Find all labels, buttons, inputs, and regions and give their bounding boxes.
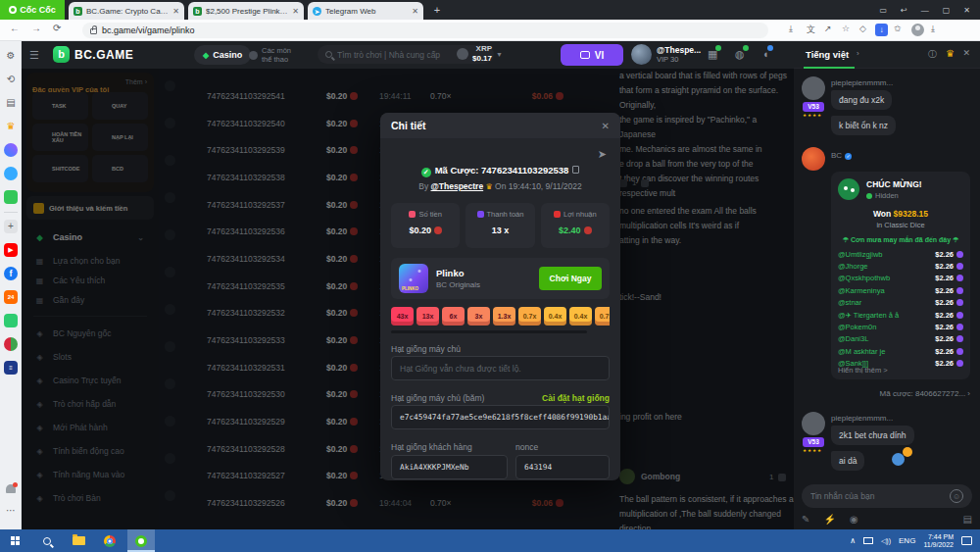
downloads-tray-icon[interactable]: ⤓ (931, 24, 935, 34)
gif-icon[interactable]: ◉ (850, 514, 858, 525)
rain-username[interactable]: @Jhorge (838, 262, 935, 271)
chat-avatar[interactable] (802, 147, 825, 171)
copy-icon[interactable] (572, 166, 579, 174)
taskbar-search-button[interactable] (33, 529, 61, 552)
back-icon[interactable]: ← (10, 23, 20, 33)
history-icon[interactable]: ⟲ (4, 73, 18, 86)
client-seed-field[interactable]: AkiA4XKKPJMXeNb (391, 455, 508, 479)
wallet-deposit-button[interactable]: VI (561, 44, 623, 66)
save-page-icon[interactable]: ⤓ (789, 24, 793, 34)
sports-nav-tab[interactable]: Các môn thể thao (249, 46, 291, 64)
action-center-icon[interactable] (961, 536, 972, 545)
browser-tab-1[interactable]: b BC.Game: Crypto Casino Ga... ✕ (69, 2, 184, 20)
chat-language-selector[interactable]: Tiếng việt (806, 49, 849, 60)
tab-close-icon[interactable]: ✕ (292, 7, 299, 16)
tab-close-icon[interactable]: ✕ (412, 7, 418, 16)
tv24-shortcut-icon[interactable]: 24 (4, 290, 18, 304)
chat-card-icon[interactable]: ▤ (963, 514, 972, 525)
browser-tab-3[interactable]: ➤ Telegram Web ✕ (308, 2, 423, 20)
extension-star-icon[interactable]: ✩ (894, 24, 902, 33)
emoji-picker-icon[interactable]: ☺ (950, 489, 963, 503)
green-shortcut-icon[interactable] (4, 314, 18, 327)
seed-settings-link[interactable]: Cài đặt hạt giống (542, 393, 610, 403)
chat-avatar[interactable] (802, 412, 825, 435)
network-icon[interactable] (863, 537, 873, 544)
chat-rules-icon[interactable]: ✎ (802, 514, 809, 525)
casino-nav-tab[interactable]: ◆ Casino (194, 45, 251, 65)
add-shortcut-icon[interactable]: + (4, 220, 18, 233)
rain-username[interactable]: @Qxskhpothwb (838, 274, 935, 282)
maximize-icon[interactable]: ▢ (943, 6, 951, 15)
rain-username[interactable]: @Karmeninya (838, 286, 935, 295)
reading-list-icon[interactable]: ▤ (4, 96, 18, 110)
share-icon[interactable]: ↗ (824, 24, 832, 33)
file-explorer-button[interactable] (65, 529, 92, 552)
rain-username[interactable]: @✈ Tiergarten å å (838, 311, 935, 320)
new-tab-button[interactable]: + (429, 3, 445, 19)
download-extension-icon[interactable]: ↓ (875, 24, 888, 36)
coccoc-brand[interactable]: Cốc Cốc (0, 0, 65, 20)
tab-close-icon[interactable]: ✕ (172, 7, 179, 16)
zalo-app-icon[interactable] (4, 167, 18, 180)
show-more-link[interactable]: Hiển thị thêm > (838, 366, 888, 375)
currency-selector[interactable]: XRP $0.17 ▼ (457, 44, 503, 64)
trophy-icon[interactable]: ♛ (946, 48, 955, 59)
play-now-button[interactable]: Chơi Ngay (539, 267, 602, 290)
rain-username[interactable]: @Dani3L (838, 334, 935, 343)
bookmark-star-icon[interactable]: ☆ (842, 24, 850, 33)
rain-lightning-icon[interactable]: ⚡ (823, 514, 835, 525)
player-link[interactable]: @Thespectre (431, 181, 484, 191)
close-chat-icon[interactable]: ✕ (962, 48, 970, 58)
profile-avatar[interactable] (911, 24, 924, 36)
crown-favorites-icon[interactable]: ♛ (4, 120, 18, 133)
shield-extension-icon[interactable]: ◇ (859, 24, 866, 33)
youtube-icon[interactable]: ▶ (4, 243, 18, 257)
browser-tab-2[interactable]: b $2,500 Prestige Plinko Challe... ✕ (188, 2, 304, 20)
close-icon[interactable]: ✕ (602, 121, 610, 131)
restore-tab-icon[interactable]: ↩ (901, 6, 907, 15)
user-info[interactable]: @Thespe... VIP 30 (657, 45, 701, 64)
notification-bell-icon[interactable] (6, 484, 16, 493)
game-app-icon[interactable] (4, 190, 18, 204)
bcgame-logo-text[interactable]: BC.GAME (74, 48, 133, 62)
bcgame-logo-icon[interactable]: b (53, 46, 70, 63)
rain-username[interactable]: @M askhtar je (838, 347, 935, 356)
start-button[interactable] (2, 529, 29, 552)
speaker-icon[interactable]: ◁)) (881, 537, 891, 545)
taskbar-clock[interactable]: 7:44 PM 11/9/2022 (923, 533, 954, 549)
bet-id-link[interactable]: Mã cược: 8406627272... › (880, 389, 970, 398)
user-avatar[interactable] (631, 44, 652, 65)
settings-gear-icon[interactable]: ⚙ (4, 49, 18, 63)
rain-username[interactable]: @stnar (838, 298, 935, 307)
chat-avatar[interactable] (802, 76, 825, 100)
chat-message-input[interactable] (810, 491, 950, 501)
vault-icon[interactable]: ▦ (708, 48, 717, 61)
multiplier-scrollbar[interactable] (391, 330, 587, 333)
reload-icon[interactable]: ⟳ (53, 23, 61, 33)
nonce-field[interactable]: 643194 (515, 455, 610, 479)
notifications-bell-icon[interactable]: ◍ (735, 48, 745, 61)
forward-icon[interactable]: → (31, 23, 41, 33)
address-bar[interactable]: bc.game/vi/game/plinko (82, 23, 768, 38)
translate-icon[interactable]: 文 (807, 24, 815, 36)
language-indicator[interactable]: ENG (899, 536, 915, 545)
hidden-icons-chevron[interactable]: ∧ (850, 536, 856, 545)
facebook-icon[interactable]: f (4, 267, 18, 280)
tab-search-icon[interactable]: ▭ (879, 6, 887, 15)
minimize-icon[interactable]: — (921, 6, 929, 15)
info-icon[interactable]: ⓘ (928, 48, 937, 61)
more-dots-icon[interactable]: ⋯ (4, 504, 18, 518)
chat-username[interactable]: BC✓ (831, 151, 852, 160)
server-seed-hash-field[interactable]: e7c459474fa77ae5ce9e6218f5f8ceff4086f991… (391, 405, 610, 429)
rain-username[interactable]: @Pokem0n (838, 323, 935, 331)
share-arrow-icon[interactable]: ➤ (598, 148, 607, 161)
hamburger-menu-icon[interactable]: ☰ (29, 49, 39, 62)
chat-toggle-icon[interactable]: ◖ (762, 48, 769, 60)
chat-username[interactable]: pieplepienmmm... (831, 414, 893, 423)
coccoc-taskbar-button[interactable] (127, 529, 155, 552)
leaf-shortcut-icon[interactable] (4, 337, 18, 351)
messenger-icon[interactable] (4, 143, 18, 157)
close-window-icon[interactable]: ✕ (963, 6, 970, 15)
chat-username[interactable]: pieplepienmmm... (831, 78, 893, 87)
rain-username[interactable]: @Umtlizgjiwb (838, 250, 935, 259)
